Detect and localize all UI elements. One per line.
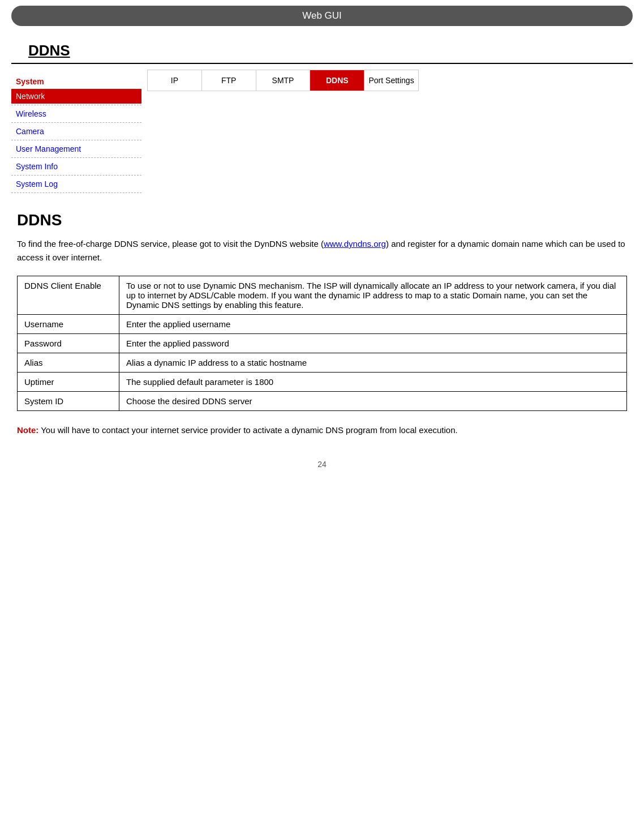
tab-ddns[interactable]: DDNS: [310, 70, 364, 91]
sidebar: System Network Wireless Camera User Mana…: [11, 70, 141, 194]
tab-ip[interactable]: IP: [148, 70, 202, 91]
table-cell-value: Alias a dynamic IP address to a static h…: [119, 353, 627, 373]
sidebar-divider-3: [11, 140, 141, 140]
page-title-section: DDNS: [11, 32, 633, 64]
sidebar-divider-6: [11, 192, 141, 193]
table-row: System IDChoose the desired DDNS server: [18, 392, 627, 411]
table-cell-value: Enter the applied username: [119, 315, 627, 334]
sidebar-item-system-log[interactable]: System Log: [11, 177, 141, 191]
ddns-desc-before: To find the free-of-charge DDNS service,…: [17, 239, 324, 249]
table-row: AliasAlias a dynamic IP address to a sta…: [18, 353, 627, 373]
tab-smtp[interactable]: SMTP: [256, 70, 311, 91]
table-row: UsernameEnter the applied username: [18, 315, 627, 334]
tab-ftp[interactable]: FTP: [202, 70, 256, 91]
table-row: UptimerThe supplied default parameter is…: [18, 373, 627, 392]
table-cell-field: Alias: [18, 353, 119, 373]
note-section: Note: You will have to contact your inte…: [17, 423, 627, 437]
table-cell-field: Password: [18, 334, 119, 353]
tab-area: IP FTP SMTP DDNS Port Settings: [141, 70, 633, 194]
sidebar-item-network[interactable]: Network: [11, 89, 141, 104]
page-number: 24: [0, 460, 644, 469]
table-cell-value: To use or not to use Dynamic DNS mechani…: [119, 276, 627, 315]
page-title: DDNS: [28, 42, 70, 59]
ddns-heading: DDNS: [17, 211, 627, 229]
main-content: System Network Wireless Camera User Mana…: [11, 70, 633, 194]
tab-port-settings[interactable]: Port Settings: [364, 70, 418, 91]
sidebar-item-wireless[interactable]: Wireless: [11, 106, 141, 121]
table-cell-field: DDNS Client Enable: [18, 276, 119, 315]
table-row: PasswordEnter the applied password: [18, 334, 627, 353]
table-cell-field: Uptimer: [18, 373, 119, 392]
ddns-section: DDNS To find the free-of-charge DDNS ser…: [11, 211, 633, 437]
tab-bar: IP FTP SMTP DDNS Port Settings: [147, 70, 419, 91]
sidebar-item-system[interactable]: System: [11, 74, 141, 89]
sidebar-divider-5: [11, 175, 141, 176]
table-cell-value: The supplied default parameter is 1800: [119, 373, 627, 392]
top-bar-title: Web GUI: [302, 10, 342, 21]
table-row: DDNS Client EnableTo use or not to use D…: [18, 276, 627, 315]
ddns-link[interactable]: www.dyndns.org: [324, 239, 386, 249]
sidebar-item-camera[interactable]: Camera: [11, 124, 141, 139]
sidebar-divider-4: [11, 157, 141, 158]
table-cell-field: System ID: [18, 392, 119, 411]
note-text: You will have to contact your internet s…: [38, 425, 457, 435]
table-cell-value: Enter the applied password: [119, 334, 627, 353]
sidebar-divider-2: [11, 122, 141, 123]
ddns-table: DDNS Client EnableTo use or not to use D…: [17, 276, 627, 411]
note-label: Note:: [17, 425, 38, 435]
sidebar-divider-1: [11, 105, 141, 105]
sidebar-item-user-management[interactable]: User Management: [11, 142, 141, 156]
top-bar: Web GUI: [11, 6, 633, 26]
ddns-description: To find the free-of-charge DDNS service,…: [17, 237, 627, 264]
table-cell-value: Choose the desired DDNS server: [119, 392, 627, 411]
sidebar-item-system-info[interactable]: System Info: [11, 159, 141, 174]
table-cell-field: Username: [18, 315, 119, 334]
